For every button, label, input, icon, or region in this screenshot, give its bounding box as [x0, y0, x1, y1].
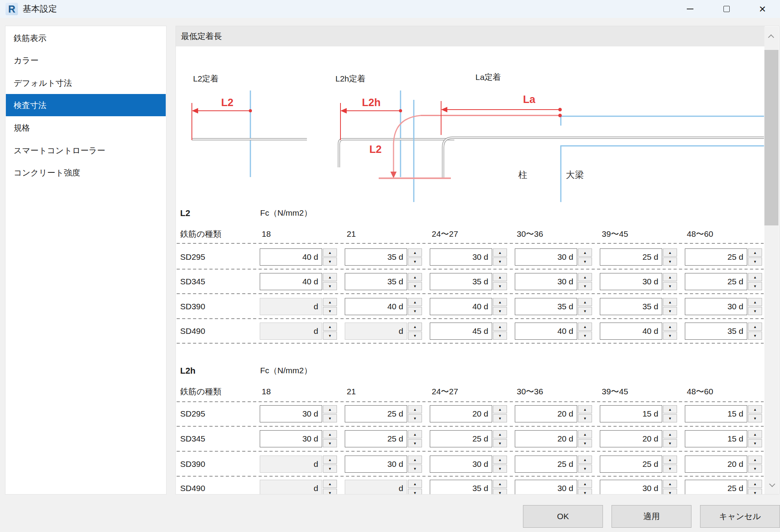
spin-down-button[interactable]: ▼ — [408, 307, 422, 315]
spin-down-button[interactable]: ▼ — [408, 282, 422, 290]
spin-up-button[interactable]: ▲ — [578, 456, 592, 464]
spin-down-button[interactable]: ▼ — [748, 307, 762, 315]
scrollbar-thumb[interactable] — [764, 50, 778, 225]
anchorage-input[interactable]: 30 d — [515, 273, 577, 290]
spin-down-button[interactable]: ▼ — [323, 282, 337, 290]
spin-down-button[interactable]: ▼ — [748, 489, 762, 495]
spin-up-button[interactable]: ▲ — [663, 480, 677, 488]
anchorage-input[interactable]: 40 d — [515, 323, 577, 340]
spin-up-button[interactable]: ▲ — [663, 323, 677, 331]
spin-up-button[interactable]: ▲ — [323, 430, 337, 438]
spin-up-button[interactable]: ▲ — [748, 456, 762, 464]
spin-down-button[interactable]: ▼ — [578, 257, 592, 266]
sidebar-item-standards[interactable]: 規格 — [6, 117, 166, 139]
spin-up-button[interactable]: ▲ — [663, 273, 677, 281]
sidebar-item-concrete-strength[interactable]: コンクリート強度 — [6, 161, 166, 184]
spin-up-button[interactable]: ▲ — [748, 273, 762, 281]
anchorage-input[interactable]: 20 d — [430, 405, 492, 422]
spin-up-button[interactable]: ▲ — [578, 480, 592, 488]
spin-up-button[interactable]: ▲ — [748, 298, 762, 306]
anchorage-input[interactable]: 30 d — [430, 248, 492, 266]
apply-button[interactable]: 適用 — [612, 505, 691, 528]
close-button[interactable]: × — [745, 0, 780, 18]
spin-up-button[interactable]: ▲ — [578, 323, 592, 331]
spin-up-button[interactable]: ▲ — [493, 480, 507, 488]
anchorage-input[interactable]: 35 d — [345, 248, 407, 266]
anchorage-input[interactable]: 25 d — [685, 248, 747, 266]
anchorage-input[interactable]: 25 d — [600, 456, 662, 473]
spin-down-button[interactable]: ▼ — [748, 465, 762, 473]
anchorage-input[interactable]: 30 d — [600, 480, 662, 495]
anchorage-input[interactable]: 35 d — [600, 298, 662, 315]
spin-up-button[interactable]: ▲ — [493, 323, 507, 331]
spin-up-button[interactable]: ▲ — [408, 430, 422, 438]
anchorage-input[interactable]: 40 d — [260, 248, 322, 266]
spin-up-button[interactable]: ▲ — [408, 298, 422, 306]
spin-up-button[interactable]: ▲ — [748, 248, 762, 257]
anchorage-input[interactable]: 15 d — [685, 405, 747, 422]
spin-down-button[interactable]: ▼ — [748, 332, 762, 340]
spin-up-button[interactable]: ▲ — [323, 405, 337, 413]
spin-up-button[interactable]: ▲ — [493, 456, 507, 464]
anchorage-input[interactable]: 25 d — [685, 480, 747, 495]
spin-down-button[interactable]: ▼ — [493, 307, 507, 315]
spin-up-button[interactable]: ▲ — [578, 430, 592, 438]
spin-down-button[interactable]: ▼ — [578, 282, 592, 290]
spin-down-button[interactable]: ▼ — [493, 439, 507, 447]
spin-down-button[interactable]: ▼ — [408, 414, 422, 422]
anchorage-input[interactable]: 25 d — [515, 456, 577, 473]
anchorage-input[interactable]: 30 d — [515, 480, 577, 495]
anchorage-input[interactable]: 40 d — [345, 298, 407, 315]
spin-down-button[interactable]: ▼ — [663, 332, 677, 340]
spin-down-button[interactable]: ▼ — [663, 465, 677, 473]
spin-down-button[interactable]: ▼ — [663, 489, 677, 495]
spin-down-button[interactable]: ▼ — [323, 414, 337, 422]
anchorage-input[interactable]: 30 d — [345, 456, 407, 473]
spin-down-button[interactable]: ▼ — [323, 465, 337, 473]
spin-up-button[interactable]: ▲ — [748, 430, 762, 438]
anchorage-input[interactable]: 30 d — [260, 405, 322, 422]
spin-down-button[interactable]: ▼ — [663, 307, 677, 315]
spin-up-button[interactable]: ▲ — [578, 405, 592, 413]
anchorage-input[interactable]: 20 d — [515, 430, 577, 447]
spin-down-button[interactable]: ▼ — [408, 257, 422, 266]
spin-down-button[interactable]: ▼ — [493, 282, 507, 290]
spin-up-button[interactable]: ▲ — [408, 405, 422, 413]
sidebar-item-default-dimensions[interactable]: デフォルト寸法 — [6, 72, 166, 94]
anchorage-input[interactable]: 25 d — [685, 273, 747, 290]
anchorage-input[interactable]: 35 d — [345, 273, 407, 290]
spin-down-button[interactable]: ▼ — [323, 257, 337, 266]
spin-down-button[interactable]: ▼ — [493, 465, 507, 473]
spin-down-button[interactable]: ▼ — [748, 257, 762, 266]
spin-up-button[interactable]: ▲ — [663, 430, 677, 438]
anchorage-input[interactable]: 20 d — [685, 456, 747, 473]
anchorage-input[interactable]: 25 d — [600, 248, 662, 266]
spin-down-button[interactable]: ▼ — [408, 465, 422, 473]
spin-down-button[interactable]: ▼ — [493, 257, 507, 266]
vertical-scrollbar[interactable] — [764, 27, 778, 495]
spin-down-button[interactable]: ▼ — [578, 439, 592, 447]
spin-up-button[interactable]: ▲ — [408, 456, 422, 464]
anchorage-input[interactable]: 30 d — [685, 298, 747, 315]
spin-up-button[interactable]: ▲ — [578, 248, 592, 257]
spin-down-button[interactable]: ▼ — [748, 414, 762, 422]
spin-down-button[interactable]: ▼ — [493, 414, 507, 422]
spin-up-button[interactable]: ▲ — [323, 456, 337, 464]
cancel-button[interactable]: キャンセル — [700, 505, 780, 528]
anchorage-input[interactable]: 45 d — [430, 323, 492, 340]
spin-up-button[interactable]: ▲ — [323, 323, 337, 331]
sidebar-item-color[interactable]: カラー — [6, 49, 166, 71]
spin-down-button[interactable]: ▼ — [323, 332, 337, 340]
spin-down-button[interactable]: ▼ — [748, 439, 762, 447]
spin-down-button[interactable]: ▼ — [578, 332, 592, 340]
anchorage-input[interactable]: 25 d — [345, 430, 407, 447]
anchorage-input[interactable]: 35 d — [430, 480, 492, 495]
spin-up-button[interactable]: ▲ — [663, 298, 677, 306]
sidebar-item-inspection-dimensions[interactable]: 検査寸法 — [6, 94, 166, 116]
spin-up-button[interactable]: ▲ — [748, 323, 762, 331]
minimize-button[interactable] — [672, 0, 708, 18]
spin-down-button[interactable]: ▼ — [663, 257, 677, 266]
scroll-down-button[interactable] — [764, 474, 778, 495]
anchorage-input[interactable]: 25 d — [430, 430, 492, 447]
anchorage-input[interactable]: 20 d — [600, 430, 662, 447]
